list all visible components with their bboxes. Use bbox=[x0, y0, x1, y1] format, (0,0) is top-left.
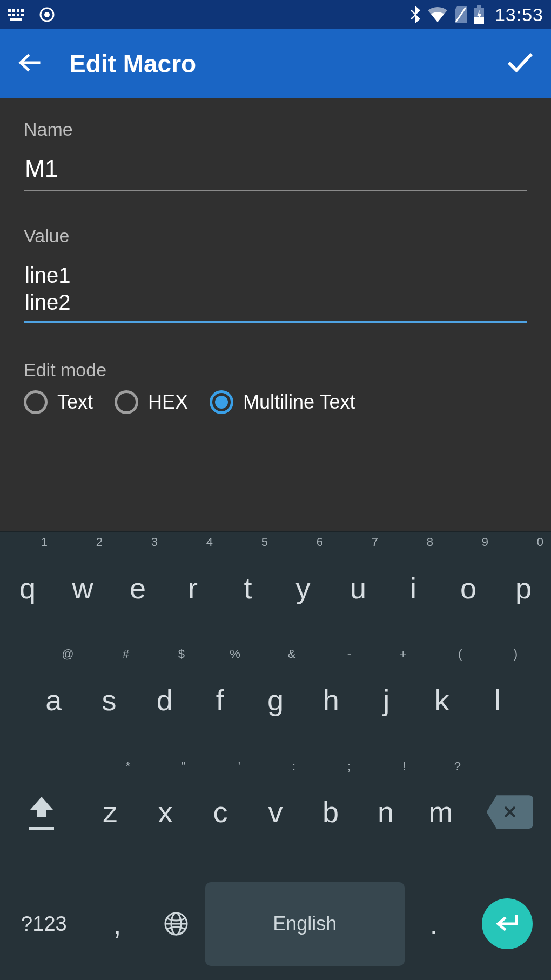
key-label: e bbox=[130, 571, 146, 605]
key-d[interactable]: $d bbox=[137, 644, 192, 756]
key-p[interactable]: 0p bbox=[496, 532, 551, 644]
target-icon bbox=[39, 6, 55, 23]
radio-icon bbox=[115, 390, 138, 414]
key-v[interactable]: :v bbox=[248, 756, 303, 868]
key-j[interactable]: +j bbox=[359, 644, 414, 756]
sim-icon bbox=[454, 5, 468, 24]
svg-rect-9 bbox=[10, 18, 22, 21]
key-hint: 5 bbox=[261, 535, 268, 549]
key-x[interactable]: "x bbox=[138, 756, 193, 868]
key-u[interactable]: 7u bbox=[331, 532, 386, 644]
key-a[interactable]: @a bbox=[26, 644, 82, 756]
battery-charging-icon bbox=[473, 5, 485, 24]
enter-key[interactable] bbox=[463, 868, 551, 980]
key-label: h bbox=[323, 683, 339, 717]
key-label: , bbox=[113, 907, 122, 941]
key-h[interactable]: -h bbox=[303, 644, 359, 756]
key-hint: & bbox=[288, 647, 296, 661]
svg-rect-14 bbox=[477, 5, 481, 8]
key-hint: ) bbox=[514, 647, 518, 661]
key-o[interactable]: 9o bbox=[441, 532, 496, 644]
svg-rect-5 bbox=[8, 14, 11, 16]
key-k[interactable]: (k bbox=[414, 644, 470, 756]
key-c[interactable]: 'c bbox=[193, 756, 248, 868]
key-label: p bbox=[515, 571, 532, 605]
key-label: r bbox=[188, 571, 198, 605]
key-hint: 6 bbox=[317, 535, 323, 549]
key-label: s bbox=[102, 683, 117, 717]
radio-label: Multiline Text bbox=[243, 391, 355, 414]
app-bar: Edit Macro bbox=[0, 29, 551, 98]
key-i[interactable]: 8i bbox=[386, 532, 441, 644]
backspace-key[interactable] bbox=[468, 756, 551, 868]
key-r[interactable]: 4r bbox=[165, 532, 220, 644]
comma-key[interactable]: , bbox=[88, 868, 147, 980]
key-label: b bbox=[322, 795, 339, 829]
svg-point-11 bbox=[44, 12, 50, 17]
key-b[interactable]: ;b bbox=[303, 756, 358, 868]
svg-rect-4 bbox=[21, 9, 24, 12]
radio-text[interactable]: Text bbox=[24, 390, 93, 414]
key-f[interactable]: %f bbox=[192, 644, 248, 756]
key-hint: $ bbox=[178, 647, 185, 661]
form-content: Name Value Edit mode Text HEX Multiline bbox=[0, 98, 551, 531]
key-n[interactable]: !n bbox=[358, 756, 413, 868]
key-g[interactable]: &g bbox=[248, 644, 304, 756]
back-button[interactable] bbox=[16, 49, 43, 78]
key-hint: ? bbox=[454, 759, 461, 774]
key-label: v bbox=[268, 795, 283, 829]
radio-hex[interactable]: HEX bbox=[115, 390, 188, 414]
key-label: k bbox=[435, 683, 449, 717]
key-s[interactable]: #s bbox=[82, 644, 137, 756]
confirm-button[interactable] bbox=[505, 48, 535, 80]
key-m[interactable]: ?m bbox=[413, 756, 468, 868]
key-label: t bbox=[244, 571, 252, 605]
key-hint: 0 bbox=[537, 535, 543, 549]
key-q[interactable]: 1q bbox=[0, 532, 55, 644]
key-e[interactable]: 3e bbox=[110, 532, 165, 644]
language-key[interactable] bbox=[146, 868, 205, 980]
key-label: f bbox=[216, 683, 224, 717]
key-hint: @ bbox=[62, 647, 73, 661]
key-z[interactable]: *z bbox=[83, 756, 138, 868]
svg-rect-3 bbox=[17, 9, 19, 12]
radio-icon bbox=[210, 390, 233, 414]
shift-key[interactable] bbox=[0, 756, 83, 868]
name-input[interactable] bbox=[24, 152, 527, 191]
key-hint: 3 bbox=[151, 535, 158, 549]
key-hint: ! bbox=[402, 759, 406, 774]
space-label: English bbox=[273, 912, 337, 935]
key-hint: : bbox=[292, 759, 295, 774]
key-label: o bbox=[460, 571, 476, 605]
svg-rect-7 bbox=[17, 14, 19, 16]
key-label: d bbox=[157, 683, 173, 717]
key-w[interactable]: 2w bbox=[55, 532, 110, 644]
status-bar: 13:53 bbox=[0, 0, 551, 29]
clock: 13:53 bbox=[495, 4, 543, 25]
key-hint: 1 bbox=[41, 535, 48, 549]
key-label: q bbox=[19, 571, 36, 605]
key-label: c bbox=[213, 795, 228, 829]
radio-multiline[interactable]: Multiline Text bbox=[210, 390, 355, 414]
value-input[interactable] bbox=[24, 258, 527, 323]
edit-mode-label: Edit mode bbox=[24, 359, 527, 381]
space-key[interactable]: English bbox=[205, 868, 405, 980]
key-label: . bbox=[429, 907, 438, 941]
key-l[interactable]: )l bbox=[469, 644, 525, 756]
key-label: y bbox=[296, 571, 311, 605]
soft-keyboard: 1q2w3e4r5t6y7u8i9o0p @a#s$d%f&g-h+j(k)l … bbox=[0, 531, 551, 980]
key-y[interactable]: 6y bbox=[276, 532, 331, 644]
key-label: u bbox=[350, 571, 366, 605]
radio-label: Text bbox=[57, 391, 93, 414]
period-key[interactable]: . bbox=[405, 868, 463, 980]
key-hint: 2 bbox=[96, 535, 103, 549]
key-label: j bbox=[383, 683, 389, 717]
key-label: a bbox=[45, 683, 62, 717]
svg-rect-8 bbox=[21, 14, 24, 16]
key-hint: 4 bbox=[206, 535, 213, 549]
key-label: m bbox=[429, 795, 453, 829]
value-label: Value bbox=[24, 225, 527, 246]
radio-icon bbox=[24, 390, 48, 414]
symbols-key[interactable]: ?123 bbox=[0, 868, 88, 980]
key-t[interactable]: 5t bbox=[220, 532, 276, 644]
